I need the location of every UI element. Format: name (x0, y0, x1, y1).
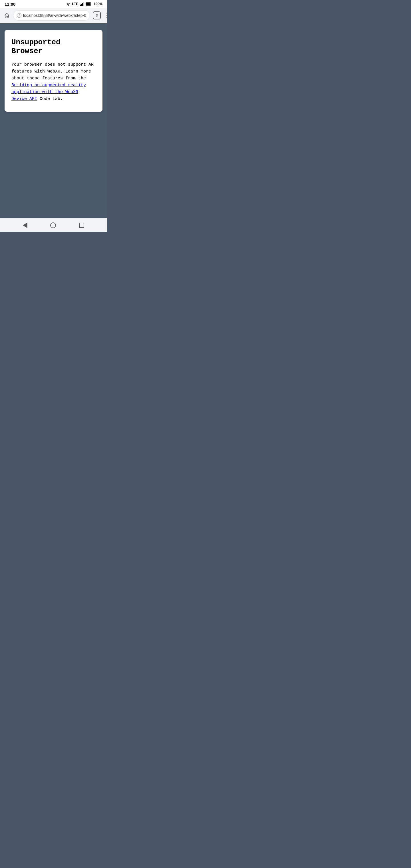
card-title: Unsupported Browser (11, 38, 96, 56)
page-content: Unsupported Browser Your browser does no… (0, 23, 107, 218)
wifi-icon (66, 2, 70, 6)
battery-label: 100% (94, 2, 102, 6)
status-icons: LTE 100% (66, 2, 102, 6)
signal-icon (80, 2, 84, 6)
tab-count-button[interactable]: 3 (93, 11, 101, 20)
svg-rect-4 (83, 2, 84, 6)
recents-button[interactable] (79, 223, 84, 228)
svg-rect-1 (80, 5, 81, 6)
nav-bar (0, 218, 107, 232)
home-button[interactable] (3, 12, 10, 19)
svg-point-0 (68, 5, 68, 6)
card-body-suffix: Code Lab. (37, 96, 63, 101)
menu-dot-3 (106, 17, 107, 18)
svg-rect-3 (82, 3, 83, 6)
back-button[interactable] (23, 222, 27, 228)
card-body: Your browser does not support AR feature… (11, 61, 96, 102)
status-bar: 11:00 LTE 100% (0, 0, 107, 8)
home-nav-button[interactable] (50, 222, 56, 228)
address-bar[interactable]: i localhost:8888/ar-with-webxr/step-0 (13, 10, 90, 21)
svg-rect-7 (86, 3, 91, 5)
browser-chrome: i localhost:8888/ar-with-webxr/step-0 3 (0, 8, 107, 23)
network-label: LTE (72, 2, 78, 6)
battery-icon (86, 2, 92, 6)
svg-rect-6 (91, 3, 91, 5)
address-text: localhost:8888/ar-with-webxr/step-0 (23, 13, 86, 18)
menu-dot-1 (106, 12, 107, 14)
info-icon: i (17, 13, 22, 18)
menu-button[interactable] (104, 12, 107, 19)
card-body-prefix: Your browser does not support AR feature… (11, 62, 94, 81)
status-time: 11:00 (5, 2, 15, 6)
menu-dot-2 (106, 15, 107, 16)
unsupported-browser-card: Unsupported Browser Your browser does no… (5, 30, 102, 112)
svg-rect-2 (81, 4, 82, 6)
